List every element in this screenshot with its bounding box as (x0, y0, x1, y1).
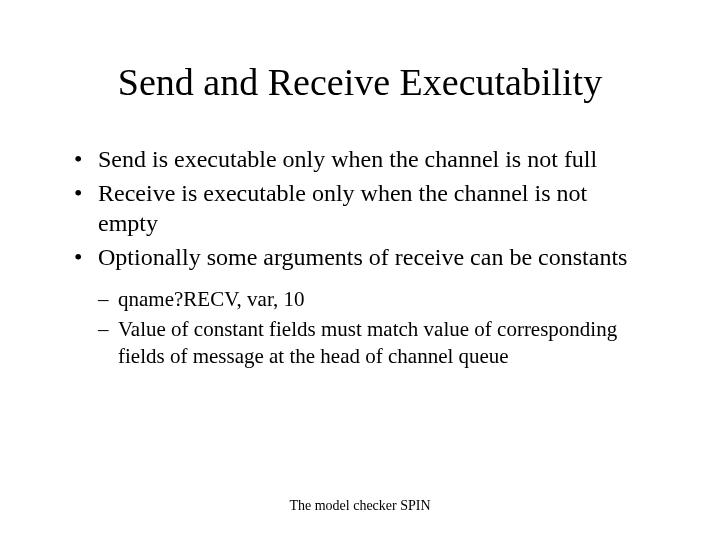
bullet-item: Receive is executable only when the chan… (70, 178, 650, 238)
bullet-item: Send is executable only when the channel… (70, 144, 650, 174)
slide-footer: The model checker SPIN (0, 498, 720, 514)
bullet-list: Send is executable only when the channel… (70, 144, 650, 272)
sub-bullet-item: qname?RECV, var, 10 (70, 286, 650, 312)
slide: Send and Receive Executability Send is e… (0, 0, 720, 540)
sub-bullet-list: qname?RECV, var, 10 Value of constant fi… (70, 286, 650, 369)
bullet-item: Optionally some arguments of receive can… (70, 242, 650, 272)
sub-bullet-item: Value of constant fields must match valu… (70, 316, 650, 369)
slide-title: Send and Receive Executability (70, 60, 650, 104)
